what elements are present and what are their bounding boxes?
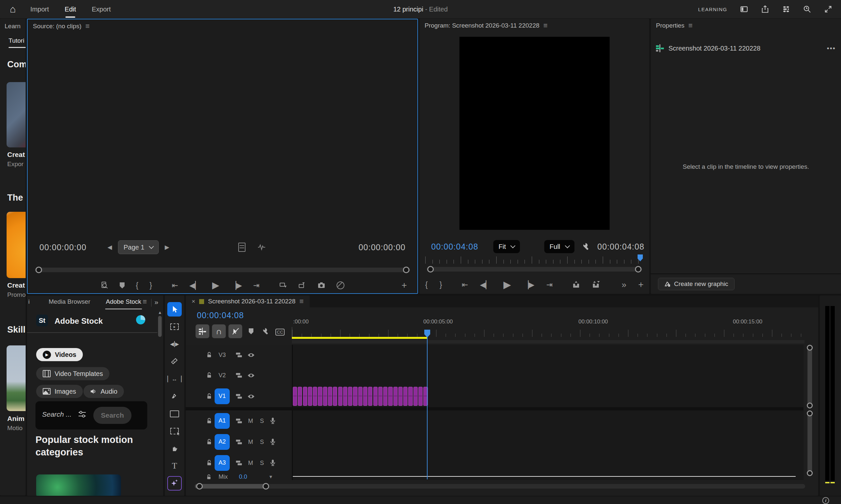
work-area-bar[interactable]	[292, 340, 805, 343]
timeline-clip[interactable]	[368, 387, 372, 406]
tab-hidden-truncated[interactable]: i	[28, 298, 30, 305]
track-row-v3[interactable]: V3	[186, 345, 804, 366]
track-row-a2[interactable]: A2 M S	[186, 431, 804, 453]
source-zoom-scrollbar[interactable]	[35, 268, 410, 272]
track-visibility-eye-icon[interactable]	[247, 373, 255, 378]
workspaces-icon[interactable]	[782, 5, 790, 14]
overwrite-icon[interactable]	[298, 282, 306, 289]
playback-resolution-dropdown[interactable]: Full	[544, 240, 574, 253]
filter-videos-button[interactable]: ▶ Videos	[36, 348, 83, 361]
object-selection-tool[interactable]	[167, 424, 182, 438]
info-icon[interactable]: i	[822, 497, 829, 504]
panel-menu-icon[interactable]: ≡	[688, 22, 693, 29]
timeline-clip[interactable]	[378, 387, 382, 406]
timeline-clip[interactable]	[318, 387, 322, 406]
source-patch-icon[interactable]	[236, 372, 242, 378]
tutorial-card-title[interactable]: Anim	[7, 415, 25, 422]
fullscreen-icon[interactable]	[824, 5, 833, 14]
timeline-clip[interactable]	[333, 387, 337, 406]
zoom-tool-icon[interactable]	[101, 282, 108, 289]
timeline-clip[interactable]	[383, 387, 388, 406]
search-filters-icon[interactable]	[78, 410, 87, 419]
sequence-row[interactable]: Screenshot 2026-03-11 220228 •••	[656, 44, 836, 52]
lock-icon[interactable]	[206, 474, 212, 480]
track-row-mix[interactable]: Mix 0.0 ▼	[186, 473, 804, 480]
timeline-clip[interactable]	[398, 387, 402, 406]
timeline-clip[interactable]	[343, 387, 347, 406]
mark-in-icon[interactable]: {	[136, 282, 138, 289]
lock-icon[interactable]	[206, 372, 213, 379]
export-frame-icon[interactable]	[317, 282, 325, 289]
mark-out-icon[interactable]: }	[150, 282, 152, 289]
program-current-timecode[interactable]: 00:00:04:08	[431, 242, 478, 252]
stock-vertical-scrollbar[interactable]	[158, 316, 162, 337]
timeline-clip[interactable]	[363, 387, 367, 406]
timeline-clip[interactable]	[408, 387, 412, 406]
timeline-clip[interactable]	[413, 387, 418, 406]
sequence-options-icon[interactable]: •••	[827, 44, 836, 52]
stock-category-thumbnail[interactable]	[36, 474, 121, 496]
source-patch-icon[interactable]	[236, 439, 242, 445]
hand-tool[interactable]	[167, 441, 182, 456]
go-to-out-icon[interactable]: ⇥	[253, 282, 259, 289]
lock-icon[interactable]	[206, 352, 213, 358]
lock-icon[interactable]	[206, 418, 213, 424]
nav-tab-export[interactable]: Export	[92, 5, 111, 13]
selection-tool[interactable]	[167, 302, 182, 317]
timeline-clip[interactable]	[393, 387, 398, 406]
panel-menu-icon[interactable]: ≡	[143, 298, 147, 305]
settings-wrench-icon[interactable]	[582, 242, 590, 251]
timeline-clip[interactable]	[303, 387, 307, 406]
page-selector-dropdown[interactable]: Page 1	[118, 240, 159, 254]
track-visibility-eye-icon[interactable]	[247, 353, 255, 358]
tutorial-card-thumbnail[interactable]	[6, 82, 25, 147]
track-target-badge[interactable]: A1	[214, 413, 230, 429]
drag-video-icon[interactable]	[238, 242, 245, 252]
track-target-badge[interactable]: A3	[214, 455, 230, 470]
generative-ai-tool[interactable]	[167, 476, 182, 490]
track-row-v1[interactable]: V1	[186, 385, 804, 408]
track-target-badge[interactable]: A2	[214, 434, 230, 450]
razor-tool[interactable]	[167, 354, 182, 369]
search-button[interactable]: Search	[93, 407, 132, 424]
linked-selection-toggle[interactable]	[228, 324, 242, 338]
timeline-clip[interactable]	[388, 387, 392, 406]
search-input[interactable]: Search ...	[42, 410, 72, 418]
solo-button[interactable]: S	[260, 439, 264, 446]
go-to-in-icon[interactable]: ⇤	[462, 281, 468, 289]
more-tabs-icon[interactable]: »	[154, 298, 158, 306]
step-back-icon[interactable]: ◀▏	[480, 281, 491, 289]
next-page-button[interactable]: ▶	[165, 244, 169, 250]
zoom-level-dropdown[interactable]: Fit	[493, 240, 520, 253]
source-patch-icon[interactable]	[236, 418, 242, 424]
mute-button[interactable]: M	[248, 460, 253, 467]
timeline-clip[interactable]	[338, 387, 342, 406]
voiceover-mic-icon[interactable]	[270, 460, 276, 467]
mix-level-value[interactable]: 0.0	[239, 473, 247, 480]
panel-menu-icon[interactable]: ≡	[299, 298, 304, 305]
create-new-graphic-button[interactable]: Create new graphic	[658, 278, 735, 290]
pen-tool[interactable]	[167, 389, 182, 403]
mark-in-icon[interactable]: {	[425, 281, 428, 289]
step-back-icon[interactable]: ◀▏	[189, 282, 201, 289]
sequence-tab[interactable]: × Screenshot 2026-03-11 220228 ≡	[186, 295, 310, 307]
tab-tutorials[interactable]: Tutori	[8, 37, 24, 44]
track-visibility-eye-icon[interactable]	[247, 394, 255, 399]
go-to-in-icon[interactable]: ⇤	[172, 282, 178, 289]
timeline-clip[interactable]	[293, 387, 297, 406]
track-name[interactable]: V3	[219, 352, 226, 359]
tab-media-browser[interactable]: Media Browser	[49, 298, 90, 305]
voiceover-mic-icon[interactable]	[270, 417, 276, 425]
timeline-horizontal-scrollbar[interactable]	[195, 484, 805, 489]
more-buttons-icon[interactable]: »	[621, 281, 626, 289]
filter-images-button[interactable]: Images	[36, 385, 83, 398]
lock-icon[interactable]	[206, 460, 213, 466]
quick-export-icon[interactable]	[761, 5, 769, 14]
mark-out-icon[interactable]: }	[440, 281, 442, 289]
step-forward-icon[interactable]: ▕▶	[523, 281, 534, 289]
timeline-clip[interactable]	[418, 387, 423, 406]
lock-icon[interactable]	[206, 439, 213, 445]
add-marker-icon[interactable]	[120, 282, 124, 289]
prev-page-button[interactable]: ◀	[107, 244, 112, 250]
solo-button[interactable]: S	[260, 460, 264, 467]
